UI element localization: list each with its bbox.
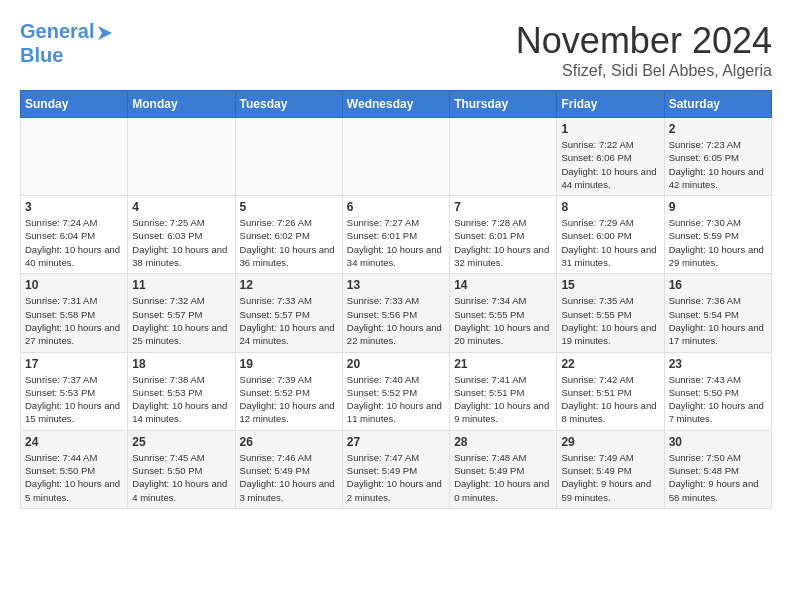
calendar-cell: 21Sunrise: 7:41 AM Sunset: 5:51 PM Dayli… — [450, 352, 557, 430]
calendar-cell: 23Sunrise: 7:43 AM Sunset: 5:50 PM Dayli… — [664, 352, 771, 430]
calendar-cell: 28Sunrise: 7:48 AM Sunset: 5:49 PM Dayli… — [450, 430, 557, 508]
day-info: Sunrise: 7:29 AM Sunset: 6:00 PM Dayligh… — [561, 216, 659, 269]
calendar-cell: 25Sunrise: 7:45 AM Sunset: 5:50 PM Dayli… — [128, 430, 235, 508]
day-number: 29 — [561, 435, 659, 449]
day-info: Sunrise: 7:44 AM Sunset: 5:50 PM Dayligh… — [25, 451, 123, 504]
calendar-cell: 20Sunrise: 7:40 AM Sunset: 5:52 PM Dayli… — [342, 352, 449, 430]
day-info: Sunrise: 7:26 AM Sunset: 6:02 PM Dayligh… — [240, 216, 338, 269]
day-info: Sunrise: 7:46 AM Sunset: 5:49 PM Dayligh… — [240, 451, 338, 504]
weekday-header-thursday: Thursday — [450, 91, 557, 118]
calendar-cell: 3Sunrise: 7:24 AM Sunset: 6:04 PM Daylig… — [21, 196, 128, 274]
calendar-week-row: 3Sunrise: 7:24 AM Sunset: 6:04 PM Daylig… — [21, 196, 772, 274]
day-info: Sunrise: 7:24 AM Sunset: 6:04 PM Dayligh… — [25, 216, 123, 269]
calendar-header-row: SundayMondayTuesdayWednesdayThursdayFrid… — [21, 91, 772, 118]
day-number: 26 — [240, 435, 338, 449]
weekday-header-friday: Friday — [557, 91, 664, 118]
svg-marker-0 — [98, 26, 112, 40]
header: General Blue November 2024 Sfizef, Sidi … — [20, 20, 772, 80]
day-info: Sunrise: 7:49 AM Sunset: 5:49 PM Dayligh… — [561, 451, 659, 504]
weekday-header-wednesday: Wednesday — [342, 91, 449, 118]
calendar-cell: 13Sunrise: 7:33 AM Sunset: 5:56 PM Dayli… — [342, 274, 449, 352]
calendar-cell: 15Sunrise: 7:35 AM Sunset: 5:55 PM Dayli… — [557, 274, 664, 352]
day-number: 4 — [132, 200, 230, 214]
day-info: Sunrise: 7:22 AM Sunset: 6:06 PM Dayligh… — [561, 138, 659, 191]
day-number: 3 — [25, 200, 123, 214]
day-number: 24 — [25, 435, 123, 449]
day-info: Sunrise: 7:23 AM Sunset: 6:05 PM Dayligh… — [669, 138, 767, 191]
calendar-cell: 2Sunrise: 7:23 AM Sunset: 6:05 PM Daylig… — [664, 118, 771, 196]
calendar-cell: 12Sunrise: 7:33 AM Sunset: 5:57 PM Dayli… — [235, 274, 342, 352]
day-info: Sunrise: 7:37 AM Sunset: 5:53 PM Dayligh… — [25, 373, 123, 426]
logo-blue: Blue — [20, 44, 63, 66]
calendar-cell: 27Sunrise: 7:47 AM Sunset: 5:49 PM Dayli… — [342, 430, 449, 508]
calendar-week-row: 17Sunrise: 7:37 AM Sunset: 5:53 PM Dayli… — [21, 352, 772, 430]
logo-general: General — [20, 20, 94, 42]
day-number: 18 — [132, 357, 230, 371]
day-number: 9 — [669, 200, 767, 214]
day-info: Sunrise: 7:32 AM Sunset: 5:57 PM Dayligh… — [132, 294, 230, 347]
day-number: 7 — [454, 200, 552, 214]
logo: General Blue — [20, 20, 116, 67]
calendar-cell: 19Sunrise: 7:39 AM Sunset: 5:52 PM Dayli… — [235, 352, 342, 430]
calendar-cell: 26Sunrise: 7:46 AM Sunset: 5:49 PM Dayli… — [235, 430, 342, 508]
calendar-cell: 4Sunrise: 7:25 AM Sunset: 6:03 PM Daylig… — [128, 196, 235, 274]
day-number: 16 — [669, 278, 767, 292]
day-number: 6 — [347, 200, 445, 214]
day-number: 13 — [347, 278, 445, 292]
day-info: Sunrise: 7:31 AM Sunset: 5:58 PM Dayligh… — [25, 294, 123, 347]
day-number: 23 — [669, 357, 767, 371]
calendar-week-row: 24Sunrise: 7:44 AM Sunset: 5:50 PM Dayli… — [21, 430, 772, 508]
day-number: 12 — [240, 278, 338, 292]
title-block: November 2024 Sfizef, Sidi Bel Abbes, Al… — [516, 20, 772, 80]
day-number: 5 — [240, 200, 338, 214]
calendar-week-row: 10Sunrise: 7:31 AM Sunset: 5:58 PM Dayli… — [21, 274, 772, 352]
calendar-cell: 7Sunrise: 7:28 AM Sunset: 6:01 PM Daylig… — [450, 196, 557, 274]
day-info: Sunrise: 7:33 AM Sunset: 5:57 PM Dayligh… — [240, 294, 338, 347]
day-info: Sunrise: 7:28 AM Sunset: 6:01 PM Dayligh… — [454, 216, 552, 269]
day-number: 25 — [132, 435, 230, 449]
day-number: 15 — [561, 278, 659, 292]
calendar-cell: 24Sunrise: 7:44 AM Sunset: 5:50 PM Dayli… — [21, 430, 128, 508]
day-info: Sunrise: 7:48 AM Sunset: 5:49 PM Dayligh… — [454, 451, 552, 504]
logo-arrow-icon — [94, 22, 116, 44]
day-info: Sunrise: 7:25 AM Sunset: 6:03 PM Dayligh… — [132, 216, 230, 269]
calendar-cell: 22Sunrise: 7:42 AM Sunset: 5:51 PM Dayli… — [557, 352, 664, 430]
day-number: 11 — [132, 278, 230, 292]
calendar-cell: 16Sunrise: 7:36 AM Sunset: 5:54 PM Dayli… — [664, 274, 771, 352]
calendar-cell — [128, 118, 235, 196]
calendar-cell: 5Sunrise: 7:26 AM Sunset: 6:02 PM Daylig… — [235, 196, 342, 274]
day-info: Sunrise: 7:45 AM Sunset: 5:50 PM Dayligh… — [132, 451, 230, 504]
calendar-cell: 30Sunrise: 7:50 AM Sunset: 5:48 PM Dayli… — [664, 430, 771, 508]
day-info: Sunrise: 7:35 AM Sunset: 5:55 PM Dayligh… — [561, 294, 659, 347]
calendar-cell: 10Sunrise: 7:31 AM Sunset: 5:58 PM Dayli… — [21, 274, 128, 352]
day-number: 14 — [454, 278, 552, 292]
day-info: Sunrise: 7:39 AM Sunset: 5:52 PM Dayligh… — [240, 373, 338, 426]
calendar-cell: 14Sunrise: 7:34 AM Sunset: 5:55 PM Dayli… — [450, 274, 557, 352]
calendar-cell — [450, 118, 557, 196]
weekday-header-tuesday: Tuesday — [235, 91, 342, 118]
calendar-cell: 18Sunrise: 7:38 AM Sunset: 5:53 PM Dayli… — [128, 352, 235, 430]
calendar-cell: 9Sunrise: 7:30 AM Sunset: 5:59 PM Daylig… — [664, 196, 771, 274]
calendar-cell: 8Sunrise: 7:29 AM Sunset: 6:00 PM Daylig… — [557, 196, 664, 274]
location: Sfizef, Sidi Bel Abbes, Algeria — [516, 62, 772, 80]
weekday-header-saturday: Saturday — [664, 91, 771, 118]
day-info: Sunrise: 7:36 AM Sunset: 5:54 PM Dayligh… — [669, 294, 767, 347]
calendar-week-row: 1Sunrise: 7:22 AM Sunset: 6:06 PM Daylig… — [21, 118, 772, 196]
day-number: 22 — [561, 357, 659, 371]
calendar-cell: 6Sunrise: 7:27 AM Sunset: 6:01 PM Daylig… — [342, 196, 449, 274]
day-number: 30 — [669, 435, 767, 449]
logo-text: General Blue — [20, 20, 116, 67]
day-info: Sunrise: 7:42 AM Sunset: 5:51 PM Dayligh… — [561, 373, 659, 426]
day-info: Sunrise: 7:38 AM Sunset: 5:53 PM Dayligh… — [132, 373, 230, 426]
day-number: 21 — [454, 357, 552, 371]
calendar-cell: 17Sunrise: 7:37 AM Sunset: 5:53 PM Dayli… — [21, 352, 128, 430]
day-info: Sunrise: 7:33 AM Sunset: 5:56 PM Dayligh… — [347, 294, 445, 347]
day-info: Sunrise: 7:27 AM Sunset: 6:01 PM Dayligh… — [347, 216, 445, 269]
calendar-cell — [342, 118, 449, 196]
day-info: Sunrise: 7:30 AM Sunset: 5:59 PM Dayligh… — [669, 216, 767, 269]
day-info: Sunrise: 7:50 AM Sunset: 5:48 PM Dayligh… — [669, 451, 767, 504]
day-info: Sunrise: 7:47 AM Sunset: 5:49 PM Dayligh… — [347, 451, 445, 504]
day-number: 1 — [561, 122, 659, 136]
month-title: November 2024 — [516, 20, 772, 62]
calendar-cell — [21, 118, 128, 196]
